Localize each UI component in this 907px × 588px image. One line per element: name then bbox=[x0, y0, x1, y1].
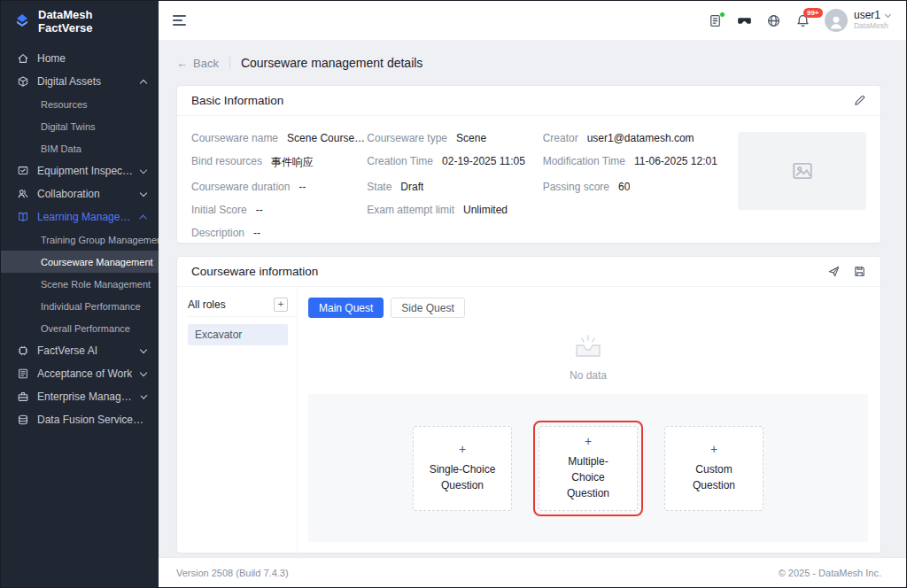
sidebar-item-digital-assets[interactable]: Digital Assets bbox=[1, 70, 159, 93]
field-courseware-duration: Courseware duration-- bbox=[191, 181, 367, 193]
sidebar-item-individual-performance[interactable]: Individual Performance bbox=[1, 295, 159, 317]
sidebar-item-acceptance-of-work[interactable]: Acceptance of Work bbox=[1, 362, 159, 385]
sidebar-item-collaboration[interactable]: Collaboration bbox=[1, 182, 159, 205]
chevron-down-icon bbox=[140, 392, 147, 399]
org-name: DataMesh bbox=[854, 22, 890, 31]
courseware-body: All roles + Excavator Main Quest Side Qu… bbox=[177, 287, 880, 553]
sidebar-item-label: Resources bbox=[41, 99, 88, 110]
sidebar-item-factverse-ai[interactable]: FactVerse AI bbox=[1, 339, 159, 362]
tab-main-quest[interactable]: Main Quest bbox=[308, 298, 384, 318]
roles-title: All roles bbox=[188, 298, 226, 311]
topbar-actions: 99+ user1 DataMesh bbox=[708, 9, 890, 32]
book-icon bbox=[17, 211, 29, 223]
add-custom-question-button[interactable]: + Custom Question bbox=[664, 426, 764, 511]
sidebar-item-label: Acceptance of Work bbox=[37, 368, 132, 380]
sidebar-item-courseware-management[interactable]: Courseware Management bbox=[1, 251, 159, 273]
brand-logo-icon bbox=[13, 12, 31, 30]
roles-panel: All roles + Excavator bbox=[188, 287, 298, 553]
image-icon bbox=[791, 159, 814, 182]
empty-text: No data bbox=[570, 369, 607, 382]
sidebar-item-label: Courseware Management bbox=[41, 257, 153, 267]
back-link[interactable]: ← Back bbox=[176, 57, 219, 70]
basic-info-fields: Courseware nameScene Courseware Coursewa… bbox=[191, 132, 718, 239]
add-question-panel: + Single-Choice Question + Multiple-Choi… bbox=[308, 394, 868, 542]
sidebar-item-label: Data Fusion Services (DFS) bbox=[37, 414, 146, 426]
sidebar-item-label: Home bbox=[37, 52, 66, 65]
online-status-dot bbox=[719, 12, 725, 18]
role-item-excavator[interactable]: Excavator bbox=[188, 324, 288, 345]
sidebar-item-home[interactable]: Home bbox=[1, 47, 159, 70]
sidebar-item-learning-management[interactable]: Learning Management bbox=[1, 205, 159, 228]
add-multiple-choice-question-button[interactable]: + Multiple-Choice Question bbox=[539, 426, 638, 511]
field-creation-time: Creation Time02-19-2025 11:05 bbox=[367, 155, 542, 170]
sidebar-item-data-fusion-services[interactable]: Data Fusion Services (DFS) bbox=[1, 408, 159, 431]
notifications-button[interactable]: 99+ bbox=[795, 13, 810, 28]
user-menu[interactable]: user1 DataMesh bbox=[825, 9, 890, 32]
tab-side-quest[interactable]: Side Quest bbox=[391, 298, 464, 318]
notification-badge: 99+ bbox=[803, 8, 823, 18]
save-button[interactable] bbox=[853, 265, 866, 278]
back-arrow-icon: ← bbox=[176, 57, 188, 70]
quest-panel: Main Quest Side Quest No data bbox=[308, 287, 880, 553]
chevron-down-icon bbox=[140, 166, 147, 173]
empty-state: No data bbox=[308, 318, 868, 394]
main-content: ← Back Courseware management details Bas… bbox=[159, 41, 906, 557]
sidebar-nav: Home Digital Assets Resources Digital Tw… bbox=[1, 47, 159, 431]
sidebar-item-label: Training Group Management bbox=[41, 235, 159, 245]
sidebar-item-label: FactVerse AI bbox=[37, 344, 97, 357]
language-button[interactable] bbox=[766, 13, 781, 28]
breadcrumb-divider bbox=[229, 57, 230, 69]
courseware-image-placeholder bbox=[738, 132, 866, 210]
breadcrumb: ← Back Courseware management details bbox=[176, 51, 881, 74]
sidebar-item-training-group-management[interactable]: Training Group Management bbox=[1, 228, 159, 251]
sidebar-item-digital-twins[interactable]: Digital Twins bbox=[1, 115, 159, 137]
field-modification-time: Modification Time11-06-2025 12:01 bbox=[543, 155, 718, 170]
chip-icon bbox=[17, 344, 29, 357]
sidebar-item-label: Collaboration bbox=[37, 188, 100, 200]
courseware-info-card: Courseware information All roles bbox=[176, 256, 881, 553]
sidebar-item-enterprise-management[interactable]: Enterprise Management bbox=[1, 385, 159, 408]
sidebar-item-scene-role-management[interactable]: Scene Role Management bbox=[1, 273, 159, 295]
field-courseware-name: Courseware nameScene Courseware bbox=[191, 132, 367, 144]
paper-plane-icon bbox=[827, 265, 841, 278]
back-label: Back bbox=[193, 57, 219, 70]
copyright-text: © 2025 - DataMesh Inc. bbox=[779, 568, 881, 578]
edit-button[interactable] bbox=[853, 94, 866, 107]
database-icon bbox=[17, 414, 29, 426]
menu-toggle-button[interactable] bbox=[173, 15, 186, 26]
publish-button[interactable] bbox=[827, 265, 841, 278]
field-courseware-type: Courseware typeScene bbox=[367, 132, 542, 144]
sidebar-item-resources[interactable]: Resources bbox=[1, 93, 159, 115]
field-passing-score: Passing score60 bbox=[543, 181, 718, 193]
person-icon bbox=[826, 12, 846, 32]
sidebar-item-label: Enterprise Management bbox=[37, 391, 134, 403]
people-icon bbox=[17, 188, 29, 200]
sidebar-item-label: Individual Performance bbox=[41, 301, 141, 312]
sidebar-item-bim-data[interactable]: BIM Data bbox=[1, 137, 159, 159]
footer: Version 2508 (Build 7.4.3) © 2025 - Data… bbox=[159, 557, 906, 587]
card-title: Basic Information bbox=[191, 94, 283, 107]
plus-icon: + bbox=[459, 443, 466, 455]
field-initial-score: Initial Score-- bbox=[191, 204, 367, 216]
sidebar-item-label: Digital Twins bbox=[41, 121, 96, 132]
field-description: Description-- bbox=[191, 227, 367, 239]
floppy-disk-icon bbox=[853, 265, 866, 278]
roles-header: All roles + bbox=[188, 292, 297, 317]
vr-headset-button[interactable] bbox=[737, 13, 752, 28]
field-bind-resources: Bind resources事件响应 bbox=[191, 155, 367, 170]
sidebar-item-label: Digital Assets bbox=[37, 75, 101, 88]
chevron-down-icon bbox=[885, 12, 891, 18]
chevron-up-icon bbox=[140, 214, 147, 221]
add-single-choice-question-button[interactable]: + Single-Choice Question bbox=[413, 426, 512, 511]
sidebar-item-overall-performance[interactable]: Overall Performance bbox=[1, 317, 159, 339]
chevron-down-icon bbox=[140, 345, 147, 352]
add-role-button[interactable]: + bbox=[274, 298, 288, 312]
tasks-button[interactable] bbox=[708, 13, 723, 28]
sidebar-item-equipment-inspection[interactable]: Equipment Inspection bbox=[1, 159, 159, 182]
plus-icon: + bbox=[710, 443, 717, 455]
app-window: DataMesh FactVerse Home Digital Assets R… bbox=[0, 0, 907, 588]
sidebar-item-label: BIM Data bbox=[41, 143, 81, 154]
vr-headset-icon bbox=[737, 13, 752, 28]
brand: DataMesh FactVerse bbox=[1, 1, 159, 42]
topbar: 99+ user1 DataMesh bbox=[159, 1, 906, 41]
